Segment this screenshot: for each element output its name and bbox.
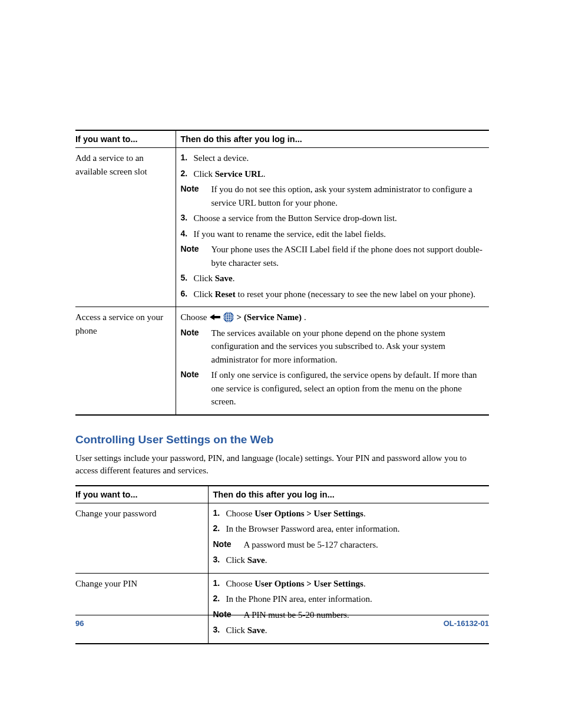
document-id: OL-16132-01	[444, 619, 489, 628]
step-num: 1.	[181, 151, 194, 165]
bold-text: User Options > User Settings	[254, 509, 363, 518]
step-num: 4.	[181, 228, 194, 241]
step-text: Choose User Options > User Settings.	[226, 507, 486, 521]
t1-r1-c2: 1. Select a device. 2. Click Service URL…	[176, 148, 489, 307]
table-row: Change your PIN 1. Choose User Options >…	[75, 573, 489, 644]
text: Click	[194, 169, 215, 179]
step-text: Click Reset to reset your phone (necessa…	[194, 288, 486, 301]
step-num: 2.	[213, 522, 226, 536]
t1-r1-c1: Add a service to an available screen slo…	[75, 148, 176, 307]
text: .	[265, 555, 267, 565]
section-intro: User settings include your password, PIN…	[75, 452, 489, 477]
t1-header-c2: Then do this after you log in...	[176, 130, 489, 148]
note-text: The services available on your phone dep…	[211, 327, 486, 367]
step-text: In the Phone PIN area, enter information…	[226, 592, 486, 606]
t2-header-c1: If you want to...	[75, 486, 208, 503]
text: Choose	[226, 579, 255, 588]
text: Choose	[226, 509, 255, 518]
bold-text: Save	[247, 555, 265, 565]
t2-r2-c1: Change your PIN	[75, 573, 208, 644]
step-num: 5.	[181, 272, 194, 285]
step-text: Select a device.	[194, 151, 486, 165]
text: .	[363, 579, 366, 588]
step-text: In the Browser Password area, enter info…	[226, 522, 486, 536]
step-text: If you want to rename the service, edit …	[194, 228, 486, 241]
text: Click	[226, 555, 247, 565]
note-text: If only one service is configured, the s…	[211, 368, 486, 409]
step-text: Click Save.	[226, 554, 486, 567]
text: Choose	[181, 311, 207, 324]
text: to reset your phone (necessary to see th…	[236, 289, 475, 299]
t1-r2-c1: Access a service on your phone	[75, 307, 176, 415]
step-num: 2.	[181, 167, 194, 181]
t1-header-c1: If you want to...	[75, 130, 176, 148]
step-num: 1.	[213, 507, 226, 521]
step-num: 3.	[181, 212, 194, 225]
table-row: Change your password 1. Choose User Opti…	[75, 503, 489, 573]
text: .	[363, 509, 366, 518]
text: .	[263, 169, 266, 179]
page-footer: 96 OL-16132-01	[75, 615, 489, 628]
t2-r2-c2: 1. Choose User Options > User Settings. …	[208, 573, 489, 644]
back-arrow-icon	[210, 313, 220, 321]
step-num: 2.	[213, 592, 226, 606]
bold-text: (Service Name)	[244, 311, 302, 324]
step-num: 3.	[213, 554, 226, 567]
step-text: Choose User Options > User Settings.	[226, 577, 486, 591]
step-text: Choose a service from the Button Service…	[194, 212, 486, 225]
bold-text: User Options > User Settings	[254, 579, 363, 588]
step-text: Click Service URL.	[194, 167, 486, 181]
note-text: A password must be 5-127 characters.	[244, 538, 486, 552]
page-number: 96	[75, 619, 84, 628]
text: .	[304, 311, 306, 324]
note-text: If you do not see this option, ask your …	[211, 183, 486, 209]
globe-icon	[223, 311, 234, 323]
bold-text: Service URL	[215, 169, 263, 179]
t2-r1-c1: Change your password	[75, 503, 208, 573]
text: .	[233, 274, 235, 283]
step-num: 1.	[213, 577, 226, 591]
step-text: Click Save.	[194, 272, 486, 285]
table-row: Access a service on your phone Choose > …	[75, 307, 489, 415]
t1-r2-c2: Choose > (Service Name). Note The servic…	[176, 307, 489, 415]
section-heading: Controlling User Settings on the Web	[75, 433, 489, 446]
t2-header-c2: Then do this after you log in...	[208, 486, 489, 503]
svg-marker-0	[210, 314, 220, 320]
bold-text: Reset	[215, 289, 236, 299]
bold-text: Save	[215, 274, 233, 283]
note-label: Note	[213, 538, 244, 552]
t2-r1-c2: 1. Choose User Options > User Settings. …	[208, 503, 489, 573]
text: >	[237, 311, 242, 324]
note-text: Your phone uses the ASCII Label field if…	[211, 243, 486, 269]
note-label: Note	[181, 327, 211, 367]
page: If you want to... Then do this after you…	[0, 0, 562, 728]
text: Click	[194, 274, 215, 283]
text: Click	[194, 289, 215, 299]
table-row: Add a service to an available screen slo…	[75, 148, 489, 307]
note-label: Note	[181, 183, 211, 209]
note-label: Note	[181, 243, 211, 269]
choose-line: Choose > (Service Name).	[181, 311, 486, 324]
note-label: Note	[181, 368, 211, 409]
step-num: 6.	[181, 288, 194, 301]
services-table: If you want to... Then do this after you…	[75, 130, 489, 416]
